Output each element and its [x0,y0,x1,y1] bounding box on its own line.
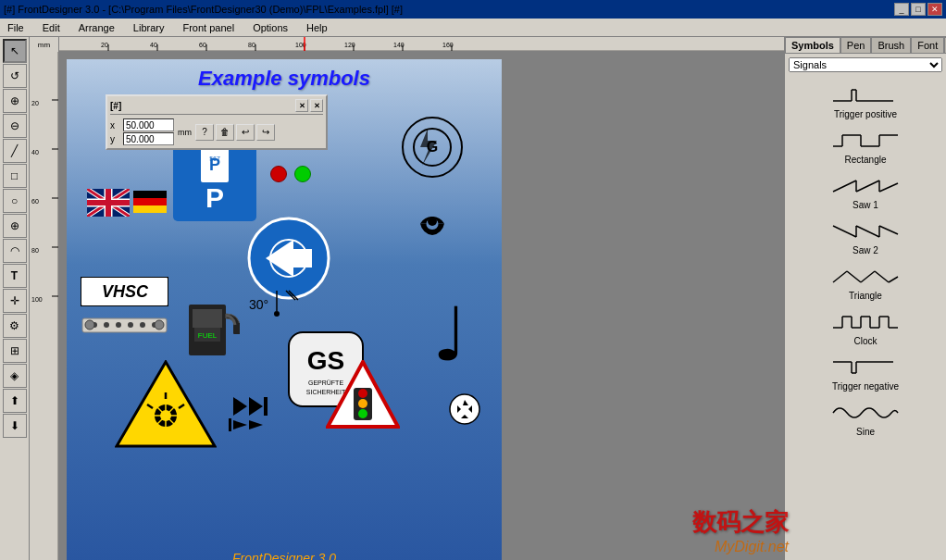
svg-line-127 [833,226,856,237]
germany-flag [133,191,167,215]
tool-hand[interactable]: ⊖ [3,114,27,138]
symbol-rectangle[interactable]: Rectangle [789,125,942,167]
svg-point-64 [116,322,121,328]
menu-help[interactable]: Help [303,20,331,35]
symbol-saw1[interactable]: Saw 1 [789,170,942,212]
menu-edit[interactable]: Edit [39,20,64,35]
ruler-horizontal: 20 40 60 80 100 120 140 160 [59,37,784,51]
clock-wave-icon [828,308,902,336]
soccer-ball [448,392,481,428]
tab-brush[interactable]: Brush [871,37,911,53]
svg-text:40: 40 [150,42,157,48]
floater-icon2[interactable]: 🗑 [216,124,234,141]
floater-close1[interactable]: ✕ [295,99,308,112]
center-area: mm 20 40 60 80 100 120 [30,37,784,560]
trigger-neg-icon [828,354,902,381]
svg-point-63 [104,322,109,328]
tool-pin[interactable]: ◈ [3,364,27,388]
tool-settings[interactable]: ⚙ [3,314,27,338]
ruler-vertical: 20 40 60 80 100 [30,52,59,560]
menu-front-panel[interactable]: Front panel [179,20,238,35]
floater-window-controls: ✕ ✕ [295,99,323,112]
coord-display: x y [110,118,174,145]
y-input[interactable] [123,132,174,145]
svg-marker-107 [233,420,247,429]
minimize-button[interactable]: _ [894,3,909,16]
x-input[interactable] [123,118,174,131]
menu-arrange[interactable]: Arrange [75,20,118,35]
svg-text:30°: 30° [249,297,268,312]
svg-point-99 [450,394,479,424]
tool-line[interactable]: ╱ [3,139,27,163]
svg-line-132 [833,271,847,282]
symbol-trigger-pos[interactable]: Trigger positive [789,80,942,121]
rectangle-wave-icon [828,127,902,155]
svg-point-76 [274,311,280,317]
floater-icon4[interactable]: ↪ [256,124,275,141]
symbol-triangle[interactable]: Triangle [789,261,942,303]
left-toolbar: ↖ ↺ ⊕ ⊖ ╱ □ ○ ⊕ ◠ T ✛ ⚙ ⊞ ◈ ⬆ ⬇ [0,37,30,560]
tab-pen[interactable]: Pen [840,37,872,53]
floater-icon1[interactable]: ? [195,124,214,141]
tool-text[interactable]: T [3,264,27,288]
x-coord-row: x [110,118,174,131]
floater-icon3[interactable]: ↩ [236,124,255,141]
traffic-circles [270,166,311,182]
svg-point-69 [155,320,164,330]
svg-line-133 [847,271,861,282]
svg-text:20: 20 [101,42,108,48]
svg-text:VHSC: VHSC [102,282,149,301]
tool-rotate[interactable]: ↺ [3,64,27,88]
svg-line-136 [889,277,898,282]
connector-symbol [81,314,168,339]
svg-rect-40 [133,198,167,205]
tool-grid[interactable]: ⊞ [3,339,27,363]
menu-options[interactable]: Options [249,20,292,35]
watermark-line2: MyDigit.net [692,539,789,555]
trigger-pos-icon [828,81,902,109]
media-buttons2 [229,416,275,436]
symbol-sine-label: Sine [856,427,875,437]
tool-circle[interactable]: ○ [3,189,27,213]
svg-rect-41 [133,205,167,213]
tool-move[interactable]: ✛ [3,289,27,313]
sine-wave-icon [828,399,902,427]
canvas-footer: FrontDesigner 3.0 [67,551,502,560]
tool-arc[interactable]: ◠ [3,239,27,263]
symbol-trigger-neg[interactable]: Trigger negative [789,352,942,393]
treble-clef: ♩ [428,291,469,376]
signals-select[interactable]: Signals Arrows Shapes Electronics Connec… [789,57,942,72]
svg-text:100: 100 [31,296,43,303]
tool-export[interactable]: ⬆ [3,389,27,413]
menubar: File Edit Arrange Library Front panel Op… [0,19,946,37]
menu-library[interactable]: Library [130,20,168,35]
tool-rect[interactable]: □ [3,164,27,188]
tab-symbols[interactable]: Symbols [785,37,840,53]
svg-text:40: 40 [31,149,39,156]
gas-pump: FUEL [180,277,240,362]
symbol-sine[interactable]: Sine [789,397,942,439]
watermark-line1: 数码之家 [692,506,789,539]
tool-add[interactable]: ⊕ [3,214,27,238]
svg-text:♩: ♩ [432,294,467,374]
titlebar: [#] FrontDesigner 3.0 - [C:\Program File… [0,0,946,19]
maximize-button[interactable]: □ [911,3,926,16]
symbol-clock[interactable]: Clock [789,306,942,348]
saw2-icon [828,218,902,245]
tool-pointer[interactable]: ↖ [3,39,27,63]
svg-text:80: 80 [248,42,255,48]
signals-dropdown[interactable]: Signals Arrows Shapes Electronics Connec… [789,57,942,72]
svg-line-126 [879,183,898,192]
titlebar-controls: _ □ ✕ [894,3,942,16]
symbol-saw2[interactable]: Saw 2 [789,216,942,257]
watermark: 数码之家 MyDigit.net [692,506,789,555]
tool-zoom[interactable]: ⊕ [3,89,27,113]
menu-file[interactable]: File [4,20,28,35]
tab-font[interactable]: Font [911,37,944,53]
floater-close2[interactable]: ✕ [310,99,323,112]
saw1-icon [828,172,902,200]
canvas-title: Example symbols [67,59,502,94]
close-button[interactable]: ✕ [927,3,942,16]
tool-print[interactable]: ⬇ [3,414,27,438]
y-label: y [110,134,121,144]
